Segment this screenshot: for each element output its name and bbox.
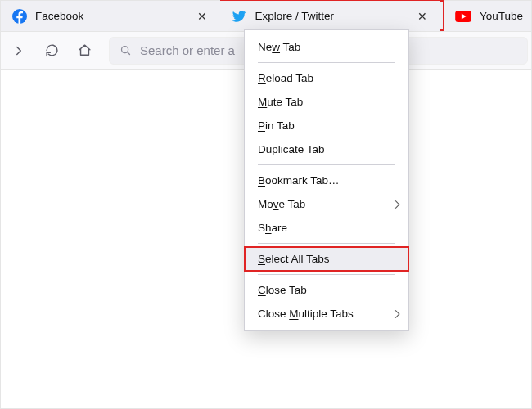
tab-facebook[interactable]: Facebook ✕ (1, 1, 220, 31)
menu-separator (258, 243, 395, 244)
menu-close-multiple-tabs[interactable]: Close Multiple Tabs (245, 302, 408, 326)
menu-reload-tab[interactable]: Reload Tab (245, 66, 408, 90)
reload-button[interactable] (37, 36, 66, 65)
menu-duplicate-tab[interactable]: Duplicate Tab (245, 137, 408, 161)
menu-separator (258, 164, 395, 165)
close-tab-button[interactable]: ✕ (413, 9, 432, 24)
menu-share[interactable]: Share (245, 216, 408, 240)
twitter-icon (232, 9, 246, 24)
tab-label: YouTube (480, 10, 523, 22)
tab-label: Explore / Twitter (255, 10, 404, 22)
menu-separator (258, 62, 395, 63)
tab-strip: Facebook ✕ Explore / Twitter ✕ YouTube (1, 1, 531, 32)
menu-move-tab[interactable]: Move Tab (245, 192, 408, 216)
tab-youtube[interactable]: YouTube (440, 1, 531, 31)
menu-bookmark-tab[interactable]: Bookmark Tab… (245, 169, 408, 192)
close-tab-button[interactable]: ✕ (192, 9, 212, 24)
facebook-icon (12, 9, 27, 24)
menu-close-tab[interactable]: Close Tab (245, 278, 408, 302)
menu-mute-tab[interactable]: Mute Tab (245, 90, 408, 114)
menu-pin-tab[interactable]: Pin Tab (245, 114, 408, 137)
search-icon (119, 44, 132, 56)
tab-context-menu: New Tab Reload Tab Mute Tab Pin Tab Dupl… (244, 29, 409, 331)
menu-select-all-tabs[interactable]: Select All Tabs (245, 247, 408, 271)
home-button[interactable] (70, 36, 99, 65)
menu-separator (258, 274, 395, 275)
youtube-icon (455, 11, 471, 22)
menu-new-tab[interactable]: New Tab (245, 35, 408, 59)
url-placeholder: Search or enter a (140, 43, 235, 57)
forward-button[interactable] (4, 36, 34, 65)
tab-label: Facebook (35, 10, 184, 22)
tab-twitter[interactable]: Explore / Twitter ✕ (220, 1, 440, 31)
